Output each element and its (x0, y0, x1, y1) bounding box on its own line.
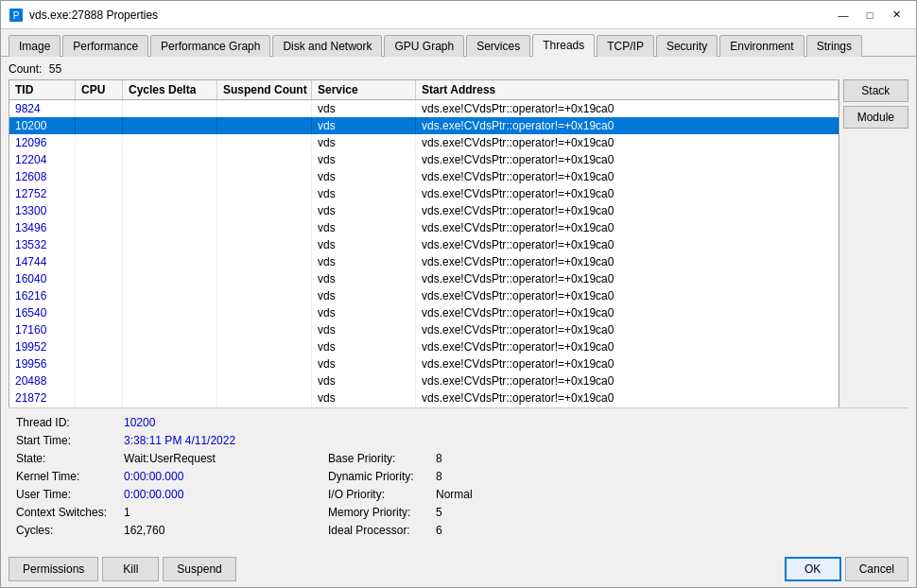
tab-security[interactable]: Security (656, 35, 718, 57)
tab-tcpip[interactable]: TCP/IP (597, 35, 654, 57)
cell-cpu (76, 338, 123, 355)
base-priority-row: Base Priority: 8 (328, 452, 442, 465)
thread-id-value: 10200 (124, 416, 155, 429)
cell-tid: 13532 (9, 236, 76, 253)
right-action-buttons: OK Cancel (785, 557, 908, 581)
cell-cpu (76, 304, 123, 321)
cell-start-address: vds.exe!CVdsPtr::operator!=+0x19ca0 (416, 287, 839, 304)
table-row[interactable]: 17160 vds vds.exe!CVdsPtr::operator!=+0x… (9, 321, 839, 338)
cell-suspend-count (217, 185, 312, 202)
cell-cpu (76, 219, 123, 236)
col-suspend-count: Suspend Count (217, 80, 312, 99)
table-row[interactable]: 14744 vds vds.exe!CVdsPtr::operator!=+0x… (9, 253, 839, 270)
kernel-time-value: 0:00:00.000 (124, 470, 183, 483)
cell-suspend-count (217, 321, 312, 338)
cell-service: vds (312, 236, 416, 253)
cell-tid: 21872 (9, 389, 76, 406)
cell-service: vds (312, 117, 416, 134)
col-start-address: Start Address (416, 80, 839, 99)
ok-button[interactable]: OK (785, 557, 841, 581)
table-row[interactable]: 12204 vds vds.exe!CVdsPtr::operator!=+0x… (9, 151, 839, 168)
cycles-label: Cycles: (16, 524, 120, 537)
table-row[interactable]: 9824 vds vds.exe!CVdsPtr::operator!=+0x1… (9, 100, 839, 117)
col-cycles-delta: Cycles Delta (123, 80, 217, 99)
start-time-label: Start Time: (16, 434, 120, 447)
suspend-button[interactable]: Suspend (163, 557, 235, 581)
thread-id-row: Thread ID: 10200 (16, 416, 155, 429)
cell-start-address: vds.exe!CVdsPtr::operator!=+0x19ca0 (416, 253, 839, 270)
close-button[interactable]: ✕ (884, 6, 908, 25)
left-action-buttons: Permissions Kill Suspend (9, 557, 236, 581)
tab-image[interactable]: Image (9, 35, 61, 57)
tab-environment[interactable]: Environment (719, 35, 804, 57)
memory-priority-row: Memory Priority: 5 (328, 506, 442, 519)
table-header: TID CPU Cycles Delta Suspend Count Servi… (9, 80, 839, 100)
cell-service: vds (312, 389, 416, 406)
table-row[interactable]: 20488 vds vds.exe!CVdsPtr::operator!=+0x… (9, 372, 839, 389)
cell-service: vds (312, 321, 416, 338)
cell-start-address: vds.exe!CVdsPtr::operator!=+0x19ca0 (416, 219, 839, 236)
cell-tid: 14744 (9, 253, 76, 270)
cell-service: vds (312, 372, 416, 389)
table-row[interactable]: 12752 vds vds.exe!CVdsPtr::operator!=+0x… (9, 185, 839, 202)
table-row[interactable]: 12608 vds vds.exe!CVdsPtr::operator!=+0x… (9, 168, 839, 185)
tab-bar: Image Performance Performance Graph Disk… (1, 29, 916, 57)
tab-strings[interactable]: Strings (806, 35, 862, 57)
cell-service: vds (312, 338, 416, 355)
cell-cycles-delta (123, 372, 217, 389)
cell-cycles-delta (123, 219, 217, 236)
state-label: State: (16, 452, 120, 465)
cell-cpu (76, 372, 123, 389)
cell-suspend-count (217, 355, 312, 372)
table-row[interactable]: 12096 vds vds.exe!CVdsPtr::operator!=+0x… (9, 134, 839, 151)
tab-disk-and-network[interactable]: Disk and Network (272, 35, 382, 57)
table-row[interactable]: 13532 vds vds.exe!CVdsPtr::operator!=+0x… (9, 236, 839, 253)
base-priority-label: Base Priority: (328, 452, 432, 465)
table-row[interactable]: 10200 vds vds.exe!CVdsPtr::operator!=+0x… (9, 117, 839, 134)
table-row[interactable]: 16040 vds vds.exe!CVdsPtr::operator!=+0x… (9, 270, 839, 287)
kill-button[interactable]: Kill (102, 557, 159, 581)
tab-services[interactable]: Services (466, 35, 530, 57)
cycles-value: 162,760 (124, 524, 164, 537)
cell-tid: 20488 (9, 372, 76, 389)
cell-tid: 13496 (9, 219, 76, 236)
stack-button[interactable]: Stack (843, 79, 908, 102)
thread-table: TID CPU Cycles Delta Suspend Count Servi… (9, 79, 839, 424)
maximize-button[interactable]: □ (857, 6, 882, 25)
cell-suspend-count (217, 270, 312, 287)
cancel-button[interactable]: Cancel (845, 557, 908, 581)
io-priority-label: I/O Priority: (328, 488, 432, 501)
module-button[interactable]: Module (843, 106, 908, 129)
cell-suspend-count (217, 117, 312, 134)
minimize-button[interactable]: — (831, 6, 856, 25)
table-row[interactable]: 19952 vds vds.exe!CVdsPtr::operator!=+0x… (9, 338, 839, 355)
tab-performance[interactable]: Performance (62, 35, 148, 57)
cell-start-address: vds.exe!CVdsPtr::operator!=+0x19ca0 (416, 185, 839, 202)
cell-cycles-delta (123, 287, 217, 304)
cell-suspend-count (217, 389, 312, 406)
permissions-button[interactable]: Permissions (9, 557, 98, 581)
cell-cycles-delta (123, 270, 217, 287)
cell-service: vds (312, 202, 416, 219)
tab-threads[interactable]: Threads (532, 34, 595, 57)
io-priority-row: I/O Priority: Normal (328, 488, 473, 501)
cell-suspend-count (217, 304, 312, 321)
tab-performance-graph[interactable]: Performance Graph (150, 35, 270, 57)
cell-suspend-count (217, 287, 312, 304)
table-row[interactable]: 16540 vds vds.exe!CVdsPtr::operator!=+0x… (9, 304, 839, 321)
kernel-time-label: Kernel Time: (16, 470, 120, 483)
table-row[interactable]: 13300 vds vds.exe!CVdsPtr::operator!=+0x… (9, 202, 839, 219)
base-priority-value: 8 (436, 452, 442, 465)
table-row[interactable]: 13496 vds vds.exe!CVdsPtr::operator!=+0x… (9, 219, 839, 236)
tab-gpu-graph[interactable]: GPU Graph (384, 35, 464, 57)
cell-cpu (76, 389, 123, 406)
ideal-processor-value: 6 (436, 524, 442, 537)
cell-cpu (76, 134, 123, 151)
col-tid: TID (9, 80, 76, 99)
table-row[interactable]: 21872 vds vds.exe!CVdsPtr::operator!=+0x… (9, 389, 839, 406)
cell-tid: 12204 (9, 151, 76, 168)
cell-service: vds (312, 134, 416, 151)
table-row[interactable]: 19956 vds vds.exe!CVdsPtr::operator!=+0x… (9, 355, 839, 372)
main-window: P vds.exe:27888 Properties — □ ✕ Image P… (0, 0, 917, 588)
table-row[interactable]: 16216 vds vds.exe!CVdsPtr::operator!=+0x… (9, 287, 839, 304)
